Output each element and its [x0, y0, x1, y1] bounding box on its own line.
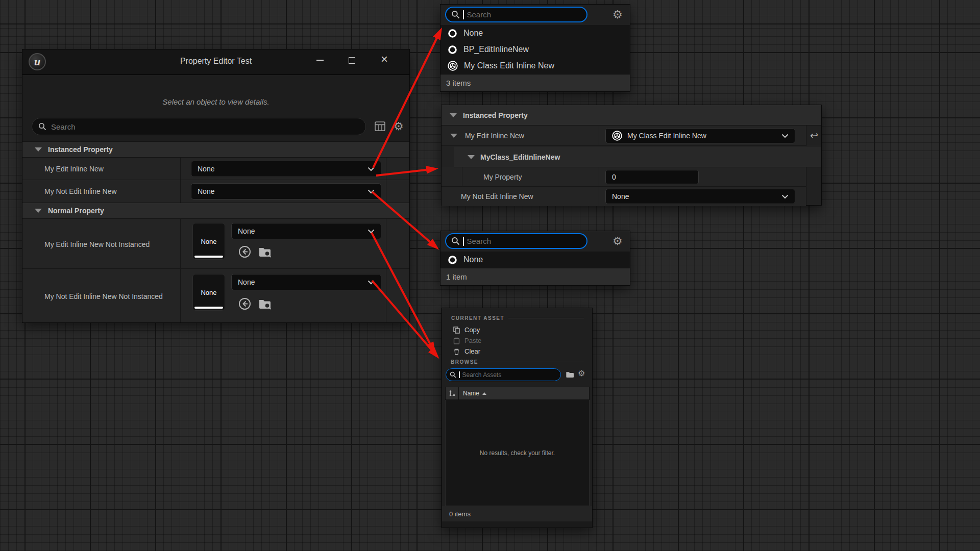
not-edit-inline-new-not-instanced-combobox[interactable]: None — [231, 274, 381, 290]
text-cursor — [459, 371, 460, 378]
my-property-number-input[interactable]: 0 — [605, 170, 699, 184]
property-label: My Edit Inline New Not Instanced — [44, 240, 150, 248]
combo-value: None — [238, 278, 255, 286]
row-my-edit-inline-new: My Edit Inline New None — [22, 158, 409, 180]
class-option-none[interactable]: None — [440, 252, 630, 268]
thumbnail-status-bar — [194, 307, 223, 309]
combo-value: None — [198, 187, 214, 195]
row-right-divider — [386, 219, 386, 269]
details-row-my-not-edit-inline-new: My Not Edit Inline New None — [442, 187, 806, 206]
reset-to-default-button[interactable]: ↩ — [810, 130, 818, 141]
indent-guide — [462, 167, 462, 187]
small-picker-search-input[interactable]: Search — [445, 233, 587, 249]
class-picker-search-input[interactable]: Search — [445, 7, 587, 22]
path-picker-button[interactable] — [566, 370, 575, 381]
close-button[interactable]: × — [376, 52, 393, 67]
expander-triangle-icon — [35, 147, 42, 152]
small-picker-list: None — [440, 252, 630, 268]
text-cursor — [463, 10, 464, 19]
edit-inline-new-not-instanced-combobox[interactable]: None — [231, 223, 381, 239]
column-splitter[interactable] — [599, 187, 599, 206]
column-splitter[interactable] — [599, 167, 599, 187]
combo-value: My Class Edit Inline New — [627, 132, 706, 140]
browse-to-asset-button[interactable] — [258, 297, 272, 312]
menu-item-copy[interactable]: Copy — [442, 324, 592, 335]
browse-heading: BROWSE — [451, 359, 587, 365]
copy-icon — [453, 327, 460, 334]
item-count: 0 items — [449, 510, 471, 518]
search-icon — [450, 371, 456, 378]
property-label: My Edit Inline New — [44, 165, 104, 173]
edit-inline-new-combobox[interactable]: None — [191, 161, 381, 177]
use-selected-asset-button[interactable] — [238, 297, 251, 312]
class-option-label: None — [463, 255, 483, 264]
asset-search-input[interactable]: Search Assets — [446, 368, 561, 381]
not-edit-inline-new-combobox[interactable]: None — [191, 183, 381, 199]
asset-thumbnail[interactable]: None — [192, 274, 225, 311]
edit-inline-new-class-combobox[interactable]: My Class Edit Inline New — [605, 128, 795, 143]
use-selected-asset-button[interactable] — [238, 245, 251, 260]
property-label: My Not Edit Inline New — [461, 192, 533, 201]
section-label: Normal Property — [48, 207, 104, 215]
heading-label: CURRENT ASSET — [451, 315, 504, 321]
class-picker-settings-button[interactable]: ⚙ — [612, 9, 623, 20]
class-option-bp-editinlinenew[interactable]: BP_EditInlineNew — [440, 41, 630, 58]
details-view-icon — [375, 121, 385, 131]
details-view-button[interactable] — [375, 121, 385, 133]
section-normal-property[interactable]: Normal Property — [22, 203, 409, 219]
asset-list-column-header[interactable]: Name — [445, 387, 590, 400]
details-search-input[interactable]: Search — [32, 118, 366, 135]
section-instanced-property[interactable]: Instanced Property — [22, 141, 409, 158]
asset-list-empty-area: No results, check your filter. — [445, 400, 590, 506]
class-option-my-class-edit-inline-new[interactable]: My Class Edit Inline New — [440, 58, 630, 74]
class-cube-icon — [612, 131, 622, 141]
column-splitter[interactable] — [180, 269, 181, 322]
search-icon — [451, 237, 460, 245]
class-circle-icon — [448, 255, 457, 265]
details-section-instanced-property[interactable]: Instanced Property — [442, 105, 821, 126]
browse-to-asset-button[interactable] — [258, 245, 272, 260]
expander-triangle-icon[interactable] — [450, 134, 457, 138]
small-picker-settings-button[interactable]: ⚙ — [612, 236, 623, 247]
empty-selection-message: Select an object to view details. — [22, 97, 409, 106]
settings-gear-icon: ⚙ — [578, 369, 585, 378]
class-cube-icon — [448, 61, 458, 71]
column-splitter[interactable] — [180, 180, 181, 203]
class-option-none[interactable]: None — [440, 25, 630, 41]
not-edit-inline-new-class-combobox[interactable]: None — [605, 189, 795, 204]
reset-to-default-icon: ↩ — [810, 130, 818, 141]
number-value: 0 — [612, 173, 616, 181]
chevron-down-icon — [781, 194, 789, 199]
menu-item-paste[interactable]: Paste — [442, 335, 592, 346]
class-circle-icon — [448, 45, 457, 55]
details-row-my-edit-inline-new: My Edit Inline New My Class Edit Inline … — [442, 126, 806, 146]
folder-search-icon — [258, 245, 272, 258]
expander-triangle-icon — [450, 113, 457, 117]
close-icon: × — [381, 52, 388, 66]
column-name-label: Name — [463, 390, 479, 397]
browse-folder-icon — [566, 370, 575, 379]
class-picker-footer: 3 items — [440, 74, 630, 91]
class-picker-popup: Search ⚙ None BP_EditInlineNew My Class … — [440, 4, 630, 92]
view-options-button[interactable]: ⚙ — [394, 121, 404, 132]
current-asset-heading: CURRENT ASSET — [451, 315, 587, 321]
maximize-button[interactable] — [343, 53, 360, 68]
maximize-icon — [349, 57, 355, 64]
minimize-button[interactable] — [311, 53, 329, 68]
column-splitter[interactable] — [180, 219, 181, 269]
settings-gear-icon: ⚙ — [612, 235, 623, 247]
property-label: My Not Edit Inline New — [44, 187, 117, 195]
asset-view-options-button[interactable]: ⚙ — [578, 369, 585, 378]
column-splitter[interactable] — [599, 126, 599, 146]
search-placeholder: Search — [467, 237, 492, 245]
asset-tree-toggle[interactable] — [446, 387, 459, 399]
window-titlebar[interactable]: u Property Editor Test × — [22, 49, 409, 75]
column-splitter[interactable] — [180, 158, 181, 180]
text-cursor — [463, 237, 464, 246]
settings-gear-icon: ⚙ — [394, 120, 404, 133]
menu-item-clear[interactable]: Clear — [442, 346, 592, 357]
section-label: Instanced Property — [463, 111, 528, 119]
subobject-header-myclass-editinlinenew[interactable]: MyClass_EditInlineNew — [454, 146, 821, 167]
asset-thumbnail[interactable]: None — [192, 223, 225, 260]
unreal-editor-canvas: u Property Editor Test × Select an objec… — [0, 0, 980, 551]
